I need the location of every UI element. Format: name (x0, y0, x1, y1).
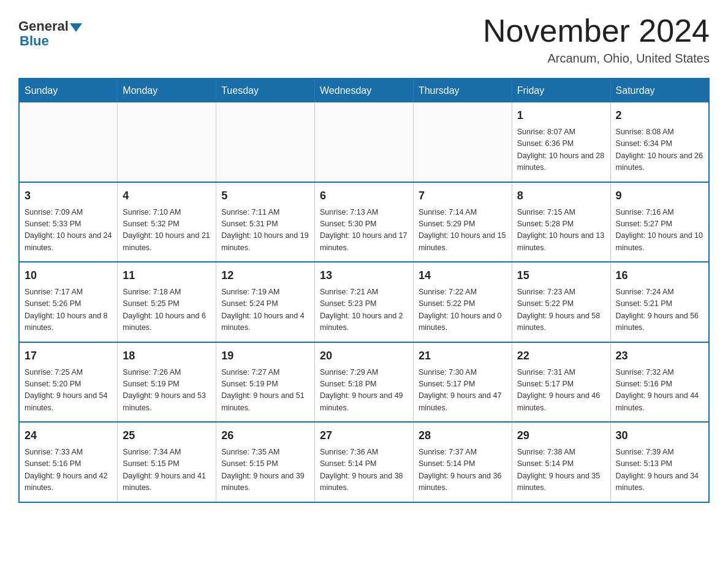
calendar-cell: 29Sunrise: 7:38 AMSunset: 5:14 PMDayligh… (512, 422, 610, 502)
calendar-cell: 1Sunrise: 8:07 AMSunset: 6:36 PMDaylight… (512, 102, 610, 182)
calendar-cell: 2Sunrise: 8:08 AMSunset: 6:34 PMDaylight… (610, 102, 709, 182)
calendar-cell: 23Sunrise: 7:32 AMSunset: 5:16 PMDayligh… (610, 342, 709, 423)
calendar-cell: 22Sunrise: 7:31 AMSunset: 5:17 PMDayligh… (512, 342, 610, 423)
calendar-cell: 10Sunrise: 7:17 AMSunset: 5:26 PMDayligh… (19, 262, 118, 342)
week-row-4: 17Sunrise: 7:25 AMSunset: 5:20 PMDayligh… (19, 342, 709, 423)
calendar-cell: 16Sunrise: 7:24 AMSunset: 5:21 PMDayligh… (610, 262, 709, 342)
day-info: Sunrise: 7:29 AMSunset: 5:18 PMDaylight:… (320, 367, 408, 415)
location-text: Arcanum, Ohio, United States (483, 52, 710, 66)
day-info: Sunrise: 7:11 AMSunset: 5:31 PMDaylight:… (221, 207, 309, 255)
calendar-cell: 24Sunrise: 7:33 AMSunset: 5:16 PMDayligh… (19, 422, 118, 502)
day-info: Sunrise: 7:36 AMSunset: 5:14 PMDaylight:… (320, 446, 408, 494)
calendar-cell: 12Sunrise: 7:19 AMSunset: 5:24 PMDayligh… (216, 262, 315, 342)
day-info: Sunrise: 7:25 AMSunset: 5:20 PMDaylight:… (25, 367, 112, 415)
calendar-cell: 26Sunrise: 7:35 AMSunset: 5:15 PMDayligh… (216, 422, 315, 502)
calendar-cell: 5Sunrise: 7:11 AMSunset: 5:31 PMDaylight… (216, 182, 315, 262)
weekday-header-sunday: Sunday (19, 79, 118, 102)
week-row-5: 24Sunrise: 7:33 AMSunset: 5:16 PMDayligh… (19, 422, 709, 502)
day-number: 28 (419, 427, 507, 444)
logo-blue-text: Blue (20, 33, 49, 49)
calendar-cell: 8Sunrise: 7:15 AMSunset: 5:28 PMDaylight… (512, 182, 610, 262)
day-info: Sunrise: 7:21 AMSunset: 5:23 PMDaylight:… (320, 286, 408, 334)
calendar-cell (315, 102, 414, 182)
calendar-cell: 27Sunrise: 7:36 AMSunset: 5:14 PMDayligh… (315, 422, 414, 502)
day-number: 8 (517, 188, 605, 204)
day-number: 21 (419, 348, 507, 364)
weekday-header-thursday: Thursday (413, 79, 512, 102)
title-section: November 2024 Arcanum, Ohio, United Stat… (483, 12, 710, 66)
calendar-table: SundayMondayTuesdayWednesdayThursdayFrid… (18, 78, 710, 503)
day-info: Sunrise: 7:14 AMSunset: 5:29 PMDaylight:… (419, 207, 507, 255)
weekday-header-tuesday: Tuesday (216, 79, 315, 102)
day-info: Sunrise: 7:24 AMSunset: 5:21 PMDaylight:… (616, 286, 703, 334)
day-number: 14 (419, 267, 507, 284)
day-info: Sunrise: 8:08 AMSunset: 6:34 PMDaylight:… (616, 126, 703, 174)
day-info: Sunrise: 7:27 AMSunset: 5:19 PMDaylight:… (221, 367, 309, 415)
weekday-header-wednesday: Wednesday (315, 79, 414, 102)
logo: General Blue (18, 18, 82, 49)
day-number: 15 (517, 267, 605, 284)
day-number: 9 (616, 188, 703, 204)
calendar-cell: 6Sunrise: 7:13 AMSunset: 5:30 PMDaylight… (315, 182, 414, 262)
calendar-cell: 15Sunrise: 7:23 AMSunset: 5:22 PMDayligh… (512, 262, 610, 342)
day-info: Sunrise: 7:34 AMSunset: 5:15 PMDaylight:… (123, 446, 211, 494)
calendar-cell: 25Sunrise: 7:34 AMSunset: 5:15 PMDayligh… (118, 422, 216, 502)
logo-general-text: General (18, 18, 69, 34)
day-number: 23 (616, 348, 703, 364)
calendar-cell: 7Sunrise: 7:14 AMSunset: 5:29 PMDaylight… (413, 182, 512, 262)
day-info: Sunrise: 7:23 AMSunset: 5:22 PMDaylight:… (517, 286, 605, 334)
calendar-cell: 9Sunrise: 7:16 AMSunset: 5:27 PMDaylight… (610, 182, 709, 262)
month-title: November 2024 (483, 12, 710, 49)
day-info: Sunrise: 7:19 AMSunset: 5:24 PMDaylight:… (221, 286, 309, 334)
day-info: Sunrise: 7:13 AMSunset: 5:30 PMDaylight:… (320, 207, 408, 255)
day-info: Sunrise: 8:07 AMSunset: 6:36 PMDaylight:… (517, 126, 605, 174)
day-info: Sunrise: 7:32 AMSunset: 5:16 PMDaylight:… (616, 367, 703, 415)
logo-arrow-icon (70, 23, 82, 32)
day-info: Sunrise: 7:30 AMSunset: 5:17 PMDaylight:… (419, 367, 507, 415)
calendar-cell: 18Sunrise: 7:26 AMSunset: 5:19 PMDayligh… (118, 342, 216, 423)
day-info: Sunrise: 7:26 AMSunset: 5:19 PMDaylight:… (123, 367, 211, 415)
day-number: 25 (123, 427, 211, 444)
calendar-cell: 4Sunrise: 7:10 AMSunset: 5:32 PMDaylight… (118, 182, 216, 262)
day-info: Sunrise: 7:15 AMSunset: 5:28 PMDaylight:… (517, 207, 605, 255)
day-number: 17 (25, 348, 112, 364)
calendar-cell: 28Sunrise: 7:37 AMSunset: 5:14 PMDayligh… (413, 422, 512, 502)
day-info: Sunrise: 7:22 AMSunset: 5:22 PMDaylight:… (419, 286, 507, 334)
day-number: 12 (221, 267, 309, 284)
weekday-header-row: SundayMondayTuesdayWednesdayThursdayFrid… (19, 79, 709, 102)
day-number: 7 (419, 188, 507, 204)
calendar-cell (19, 102, 118, 182)
day-number: 30 (616, 427, 703, 444)
day-info: Sunrise: 7:10 AMSunset: 5:32 PMDaylight:… (123, 207, 211, 255)
day-info: Sunrise: 7:35 AMSunset: 5:15 PMDaylight:… (221, 446, 309, 494)
day-number: 11 (123, 267, 211, 284)
calendar-cell: 17Sunrise: 7:25 AMSunset: 5:20 PMDayligh… (19, 342, 118, 423)
page-header: General Blue November 2024 Arcanum, Ohio… (18, 12, 710, 66)
day-number: 16 (616, 267, 703, 284)
day-number: 26 (221, 427, 309, 444)
day-number: 4 (123, 188, 211, 204)
day-info: Sunrise: 7:31 AMSunset: 5:17 PMDaylight:… (517, 367, 605, 415)
calendar-cell (413, 102, 512, 182)
day-number: 20 (320, 348, 408, 364)
day-number: 6 (320, 188, 408, 204)
day-info: Sunrise: 7:33 AMSunset: 5:16 PMDaylight:… (25, 446, 112, 494)
day-number: 24 (25, 427, 112, 444)
calendar-cell: 30Sunrise: 7:39 AMSunset: 5:13 PMDayligh… (610, 422, 709, 502)
day-number: 27 (320, 427, 408, 444)
day-number: 10 (25, 267, 112, 284)
day-number: 22 (517, 348, 605, 364)
weekday-header-monday: Monday (118, 79, 216, 102)
week-row-3: 10Sunrise: 7:17 AMSunset: 5:26 PMDayligh… (19, 262, 709, 342)
day-info: Sunrise: 7:16 AMSunset: 5:27 PMDaylight:… (616, 207, 703, 255)
day-info: Sunrise: 7:18 AMSunset: 5:25 PMDaylight:… (123, 286, 211, 334)
day-info: Sunrise: 7:17 AMSunset: 5:26 PMDaylight:… (25, 286, 112, 334)
week-row-2: 3Sunrise: 7:09 AMSunset: 5:33 PMDaylight… (19, 182, 709, 262)
day-number: 13 (320, 267, 408, 284)
day-info: Sunrise: 7:37 AMSunset: 5:14 PMDaylight:… (419, 446, 507, 494)
day-number: 29 (517, 427, 605, 444)
calendar-cell (216, 102, 315, 182)
calendar-cell: 21Sunrise: 7:30 AMSunset: 5:17 PMDayligh… (413, 342, 512, 423)
day-info: Sunrise: 7:38 AMSunset: 5:14 PMDaylight:… (517, 446, 605, 494)
weekday-header-friday: Friday (512, 79, 610, 102)
